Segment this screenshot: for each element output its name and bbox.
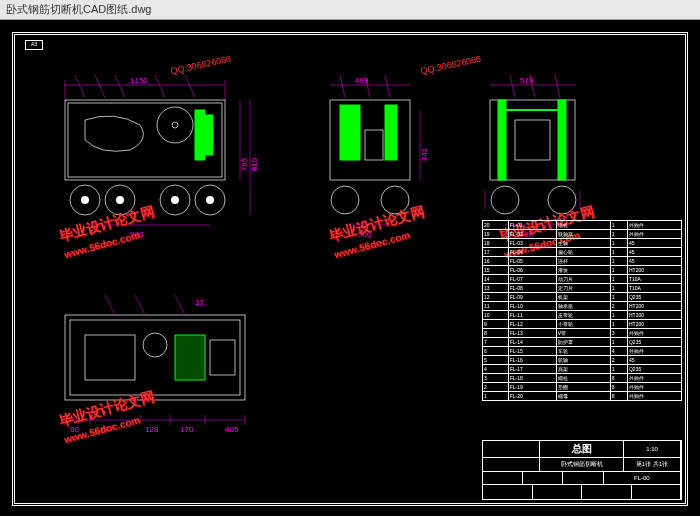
dim-top-d: 170 xyxy=(180,425,193,434)
dim-top-f: 37 xyxy=(195,298,204,307)
svg-rect-52 xyxy=(65,315,245,400)
svg-rect-26 xyxy=(340,105,352,160)
parts-row: 7FL-14防护罩1Q235 xyxy=(483,338,682,347)
svg-point-9 xyxy=(116,196,124,204)
svg-line-23 xyxy=(155,75,165,98)
parts-list-table: 20FL-01电机1外购件19FL-02联轴器1外购件18FL-03主轴1451… xyxy=(482,220,682,401)
parts-row: 8FL-13V带3外购件 xyxy=(483,329,682,338)
svg-point-3 xyxy=(172,122,178,128)
svg-point-13 xyxy=(206,196,214,204)
svg-line-66 xyxy=(105,295,115,315)
parts-row: 15FL-06滑块1HT200 xyxy=(483,266,682,275)
parts-row: 2FL-19垫圈8外购件 xyxy=(483,383,682,392)
svg-rect-53 xyxy=(70,320,240,395)
svg-rect-40 xyxy=(558,100,566,180)
dim-top-b: 197 xyxy=(100,425,113,434)
dim-wheel-span: 980 xyxy=(130,230,143,239)
parts-row: 13FL-08定刀片1T10A xyxy=(483,284,682,293)
svg-rect-56 xyxy=(175,335,205,380)
parts-row: 16FL-05连杆145 xyxy=(483,257,682,266)
svg-line-24 xyxy=(185,75,195,98)
file-name: 卧式钢筋切断机CAD图纸.dwg xyxy=(6,3,151,15)
svg-rect-27 xyxy=(352,105,360,160)
window-title-bar: 卧式钢筋切断机CAD图纸.dwg xyxy=(0,0,700,20)
dim-front-height: 765 xyxy=(240,158,249,171)
svg-rect-42 xyxy=(515,120,550,160)
svg-line-67 xyxy=(135,295,145,315)
dim-rear-width: 579 xyxy=(520,76,533,85)
svg-line-68 xyxy=(175,295,185,315)
cad-canvas[interactable]: A3 1150 980 765 810 xyxy=(0,20,700,516)
svg-line-21 xyxy=(95,75,105,98)
parts-row: 18FL-03主轴145 xyxy=(483,239,682,248)
svg-rect-54 xyxy=(85,335,135,380)
dim-side-height: 341 xyxy=(420,148,429,161)
svg-line-22 xyxy=(115,75,125,98)
parts-row: 3FL-18螺栓8外购件 xyxy=(483,374,682,383)
svg-point-7 xyxy=(81,196,89,204)
parts-row: 12FL-09机架1Q235 xyxy=(483,293,682,302)
svg-point-31 xyxy=(381,186,409,214)
dim-side-base: 560 xyxy=(358,230,371,239)
drawing-title: 总图 xyxy=(540,441,624,457)
parts-row: 20FL-01电机1外购件 xyxy=(483,221,682,230)
parts-row: 1FL-20螺母8外购件 xyxy=(483,392,682,401)
parts-row: 4FL-17底架1Q235 xyxy=(483,365,682,374)
svg-point-2 xyxy=(157,107,193,143)
dim-front-overall: 810 xyxy=(250,158,259,171)
svg-rect-4 xyxy=(195,110,205,160)
svg-line-37 xyxy=(385,75,390,98)
svg-rect-28 xyxy=(385,105,397,160)
title-block: 总图 1:10 卧式钢筋切断机 第1张 共1张 FL-00 xyxy=(482,440,682,500)
drawing-number: FL-00 xyxy=(604,472,681,485)
parts-row: 17FL-04偏心轮145 xyxy=(483,248,682,257)
svg-point-44 xyxy=(548,186,576,214)
svg-rect-39 xyxy=(498,100,506,180)
svg-line-51 xyxy=(555,75,560,98)
rear-view xyxy=(470,70,600,230)
parts-row: 5FL-16轮轴245 xyxy=(483,356,682,365)
svg-rect-29 xyxy=(365,130,383,160)
dim-front-width: 1150 xyxy=(130,76,148,85)
svg-line-49 xyxy=(510,75,515,98)
project-name: 卧式钢筋切断机 xyxy=(540,458,624,471)
parts-row: 19FL-02联轴器1外购件 xyxy=(483,230,682,239)
svg-rect-57 xyxy=(210,340,235,375)
parts-row: 11FL-10轴承座2HT200 xyxy=(483,302,682,311)
dim-top-a: 80 xyxy=(70,425,79,434)
top-view xyxy=(45,290,285,440)
parts-row: 9FL-12小带轮1HT200 xyxy=(483,320,682,329)
dim-top-e: 405 xyxy=(225,425,238,434)
sheet-size-tag: A3 xyxy=(25,40,43,50)
svg-point-11 xyxy=(171,196,179,204)
parts-row: 10FL-11皮带轮1HT200 xyxy=(483,311,682,320)
svg-point-55 xyxy=(143,333,167,357)
svg-point-43 xyxy=(491,186,519,214)
dim-top-c: 128 xyxy=(145,425,158,434)
svg-point-30 xyxy=(331,186,359,214)
front-view xyxy=(45,70,265,230)
svg-rect-5 xyxy=(205,115,213,155)
parts-row: 14FL-07动刀片1T10A xyxy=(483,275,682,284)
svg-line-20 xyxy=(75,75,85,98)
parts-row: 6FL-15车轮4外购件 xyxy=(483,347,682,356)
svg-line-35 xyxy=(340,75,345,98)
dim-side-width: 499 xyxy=(355,76,368,85)
